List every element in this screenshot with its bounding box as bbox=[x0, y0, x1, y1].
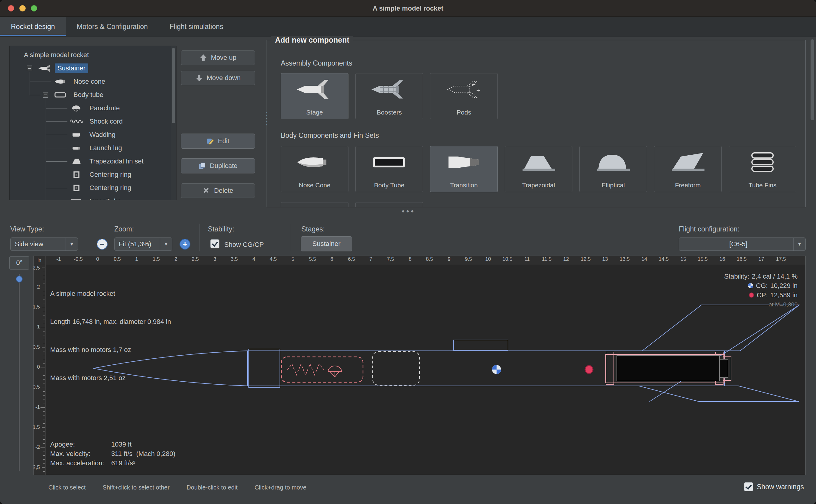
add-freeform-button[interactable]: Freeform bbox=[654, 146, 722, 192]
component-button-label: Freeform bbox=[654, 182, 721, 189]
view-type-value: Side view bbox=[15, 240, 43, 248]
tree-item-centering-ring-9[interactable]: Centering ring bbox=[10, 168, 171, 181]
hint-shift-click-to-select-other: Shift+click to select other bbox=[102, 484, 170, 491]
move-up-label: Move up bbox=[211, 54, 236, 62]
trapezoidal-fin-set-icon bbox=[70, 157, 84, 165]
motor-casing bbox=[617, 356, 720, 381]
tree-item-a-simple-model-rocket[interactable]: A simple model rocket bbox=[10, 48, 171, 62]
rocket-mass-no-motors: Mass with no motors 1,7 oz bbox=[50, 345, 171, 354]
fin-projection-line bbox=[649, 305, 799, 402]
shock-cord-icon bbox=[70, 118, 84, 125]
zoom-in-button[interactable]: + bbox=[180, 239, 190, 250]
perf-value: 619 ft/s² bbox=[111, 458, 135, 468]
duplicate-button[interactable]: Duplicate bbox=[181, 158, 255, 173]
rocket-canvas: in -1-0,500,511,522,533,544,555,566,577,… bbox=[33, 256, 806, 475]
section-resize-handle[interactable]: ••• bbox=[396, 207, 421, 216]
flight-configuration-select[interactable]: [C6-5] ▼ bbox=[679, 237, 806, 251]
tree-item-trapezoidal-fin-set[interactable]: Trapezoidal fin set bbox=[10, 155, 171, 168]
tab-bar: Rocket designMotors & ConfigurationFligh… bbox=[0, 17, 816, 37]
chevron-down-icon: ▼ bbox=[66, 238, 78, 250]
tree-scrollbar-thumb[interactable] bbox=[172, 48, 175, 123]
move-down-label: Move down bbox=[207, 74, 241, 82]
elliptical-icon bbox=[594, 150, 633, 174]
tree-item-label: Centering ring bbox=[87, 170, 134, 179]
tab-rocket-design[interactable]: Rocket design bbox=[0, 17, 66, 36]
move-down-button[interactable]: Move down bbox=[181, 71, 255, 85]
tree-collapse-toggle[interactable] bbox=[43, 92, 48, 98]
rotation-slider-thumb[interactable] bbox=[16, 276, 23, 283]
perf-label: Max. velocity: bbox=[50, 449, 111, 458]
add-body-tube-button[interactable]: Body Tube bbox=[355, 146, 423, 192]
zoom-label: Zoom: bbox=[114, 225, 134, 233]
hint-double-click-to-edit: Double-click to edit bbox=[186, 484, 238, 491]
view-type-label: View Type: bbox=[10, 225, 44, 233]
wadding-outline bbox=[373, 351, 419, 385]
cg-marker bbox=[492, 365, 501, 374]
add-elliptical-button[interactable]: Elliptical bbox=[579, 146, 647, 192]
tree-item-launch-lug[interactable]: Launch lug bbox=[10, 141, 171, 155]
add-tube-fins-button[interactable]: Tube Fins bbox=[729, 146, 796, 192]
add-component-panel: Assembly ComponentsStageBoostersPodsBody… bbox=[267, 40, 806, 207]
body-tube-icon bbox=[370, 150, 409, 174]
rocket-view[interactable]: A simple model rocket Length 16,748 in, … bbox=[46, 265, 805, 475]
fin-bottom-outline bbox=[639, 386, 799, 402]
duplicate-label: Duplicate bbox=[210, 162, 238, 170]
component-button-label: Trapezoidal bbox=[505, 182, 572, 189]
add-trapezoidal-button[interactable]: Trapezoidal bbox=[505, 146, 572, 192]
tab-motors-configuration[interactable]: Motors & Configuration bbox=[66, 17, 159, 36]
tab-flight-simulations[interactable]: Flight simulations bbox=[159, 17, 234, 36]
tree-item-shock-cord[interactable]: Shock cord bbox=[10, 115, 171, 128]
add-boosters-button[interactable]: Boosters bbox=[355, 73, 423, 119]
tree-item-centering-ring-10[interactable]: Centering ring bbox=[10, 181, 171, 195]
show-cgcp-checkbox[interactable] bbox=[210, 239, 219, 248]
tree-item-inner-tube[interactable]: Inner Tube bbox=[10, 195, 171, 200]
toolbar-divider bbox=[87, 224, 87, 251]
show-warnings-checkbox[interactable] bbox=[744, 482, 753, 491]
hint-click-to-select: Click to select bbox=[48, 484, 86, 491]
add-stage-button[interactable]: Stage bbox=[281, 73, 348, 119]
edit-button[interactable]: Edit bbox=[181, 134, 255, 149]
cp-value: 12,589 in bbox=[770, 290, 798, 300]
toolbar-divider bbox=[291, 224, 291, 251]
cg-value: 10,229 in bbox=[770, 281, 798, 290]
tree-scrollbar[interactable] bbox=[171, 46, 176, 200]
zoom-out-button[interactable]: − bbox=[97, 239, 108, 250]
add-nose-cone-button[interactable]: Nose Cone bbox=[281, 146, 348, 192]
rotation-angle-indicator: 0° bbox=[9, 256, 29, 270]
tree-item-parachute[interactable]: Parachute bbox=[10, 102, 171, 115]
component-button-label: Transition bbox=[430, 182, 497, 189]
zoom-select[interactable]: Fit (51,3%) ▼ bbox=[114, 237, 172, 251]
vertical-scrollbar-thumb[interactable] bbox=[811, 39, 814, 120]
stage-toggle-sustainer[interactable]: Sustainer bbox=[301, 236, 352, 251]
app-window: A simple model rocket Rocket designMotor… bbox=[0, 0, 816, 504]
rocket-length: Length 16,748 in, max. diameter 0,984 in bbox=[50, 317, 171, 326]
titlebar: A simple model rocket bbox=[0, 0, 816, 17]
ruler-unit-label: in bbox=[34, 256, 46, 265]
zoom-value: Fit (51,3%) bbox=[119, 240, 151, 248]
perf-value: 311 ft/s (Mach 0,280) bbox=[111, 449, 175, 458]
freeform-icon bbox=[668, 150, 708, 174]
tree-item-wadding[interactable]: Wadding bbox=[10, 128, 171, 141]
view-type-select[interactable]: Side view ▼ bbox=[10, 237, 78, 251]
cutoff-component-button[interactable] bbox=[281, 202, 348, 207]
inner-tube-icon bbox=[70, 197, 84, 200]
cp-legend-icon bbox=[749, 292, 754, 298]
vertical-scrollbar[interactable] bbox=[810, 37, 815, 221]
chevron-down-icon: ▼ bbox=[160, 238, 172, 250]
add-transition-button[interactable]: Transition bbox=[430, 146, 498, 192]
component-button-label: Nose Cone bbox=[281, 182, 348, 189]
add-pods-button[interactable]: Pods bbox=[430, 73, 498, 119]
flight-configuration-label: Flight configuration: bbox=[679, 225, 740, 233]
tree-item-sustainer[interactable]: Sustainer bbox=[10, 62, 171, 75]
move-up-button[interactable]: Move up bbox=[181, 50, 255, 65]
window-title: A simple model rocket bbox=[0, 0, 816, 17]
rocket-name: A simple model rocket bbox=[50, 289, 171, 298]
delete-button[interactable]: Delete bbox=[181, 183, 255, 198]
rotation-slider[interactable] bbox=[19, 274, 20, 471]
rocket-info-block: A simple model rocket Length 16,748 in, … bbox=[50, 270, 171, 401]
stage-icon bbox=[295, 78, 334, 101]
component-button-label: Elliptical bbox=[580, 182, 647, 189]
tree-collapse-toggle[interactable] bbox=[27, 66, 32, 71]
show-warnings-label: Show warnings bbox=[757, 483, 804, 491]
rocket-mass-with-motors: Mass with motors 2,51 oz bbox=[50, 373, 171, 383]
